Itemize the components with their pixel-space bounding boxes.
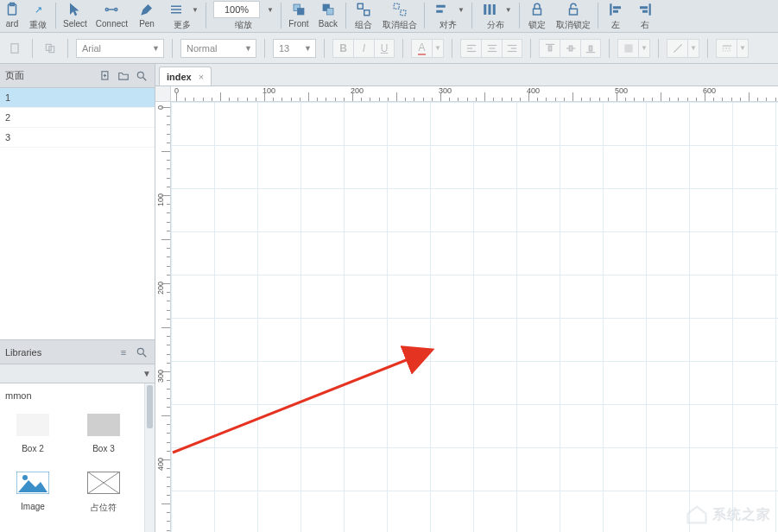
- svg-rect-9: [297, 9, 304, 16]
- add-folder-icon[interactable]: [116, 68, 131, 84]
- size-combo[interactable]: 13▼: [273, 39, 316, 58]
- clipboard-icon[interactable]: [2, 0, 22, 19]
- library-section: mmon: [5, 390, 149, 401]
- fill-more[interactable]: ▼: [638, 39, 650, 58]
- ungroup-icon[interactable]: [389, 0, 410, 19]
- svg-line-58: [143, 353, 147, 357]
- svg-rect-20: [493, 4, 496, 15]
- redo-icon[interactable]: ↗: [28, 0, 48, 19]
- svg-rect-29: [11, 43, 18, 53]
- libraries-title: Libraries: [5, 347, 41, 358]
- select-icon[interactable]: [65, 0, 85, 19]
- svg-point-2: [106, 9, 109, 11]
- connect-icon[interactable]: [101, 0, 122, 19]
- align-right-icon[interactable]: [635, 0, 655, 19]
- line-more[interactable]: ▼: [687, 39, 699, 58]
- front-icon[interactable]: [288, 0, 309, 19]
- close-icon[interactable]: ×: [199, 72, 204, 82]
- valign-middle[interactable]: [560, 39, 580, 58]
- library-item[interactable]: Image: [5, 469, 60, 514]
- library-item[interactable]: Box 3: [76, 411, 131, 453]
- distribute-label: 分布: [487, 19, 504, 31]
- back-icon[interactable]: [318, 0, 338, 19]
- libraries-body: mmon Box 2 Box 3 Image: [0, 383, 155, 532]
- text-color-more[interactable]: ▼: [432, 39, 444, 58]
- clipboard-label: ard: [6, 19, 18, 28]
- unlock-label: 取消锁定: [556, 19, 591, 31]
- underline-button[interactable]: U: [374, 39, 395, 58]
- distribute-icon[interactable]: [479, 0, 500, 19]
- svg-point-57: [137, 348, 143, 354]
- align-label: 对齐: [440, 19, 457, 31]
- more-label: 更多: [174, 19, 191, 31]
- align-left-icon[interactable]: [605, 0, 626, 19]
- line-style-button[interactable]: [716, 39, 737, 58]
- svg-point-61: [22, 475, 28, 480]
- select-label: Select: [63, 19, 87, 28]
- scrollbar[interactable]: [144, 383, 155, 532]
- svg-rect-46: [589, 46, 592, 51]
- canvas[interactable]: 系统之家: [171, 102, 778, 532]
- valign-top[interactable]: [539, 39, 560, 58]
- library-item[interactable]: Box 2: [5, 411, 60, 453]
- text-color-button[interactable]: A: [411, 39, 432, 58]
- watermark: 系统之家: [685, 503, 771, 527]
- chevron-down-icon: ▼: [304, 44, 312, 53]
- add-page-icon[interactable]: [98, 68, 113, 84]
- search-icon[interactable]: [134, 345, 149, 360]
- fill-button[interactable]: [617, 39, 638, 58]
- svg-rect-14: [394, 3, 399, 9]
- lock-icon[interactable]: [527, 0, 547, 19]
- separator: [658, 39, 659, 58]
- align-icon[interactable]: [432, 0, 452, 19]
- scrollbar-thumb[interactable]: [147, 385, 153, 428]
- search-icon[interactable]: [134, 68, 149, 84]
- align-right-text[interactable]: [502, 39, 522, 58]
- svg-line-65: [173, 351, 430, 453]
- align-center-text[interactable]: [481, 39, 502, 58]
- libraries-filter[interactable]: ▼: [0, 364, 155, 383]
- svg-rect-17: [436, 10, 443, 13]
- library-item[interactable]: 占位符: [76, 469, 131, 514]
- group-icon[interactable]: [353, 0, 374, 19]
- placeholder-icon: [85, 469, 123, 497]
- lock-label: 锁定: [528, 19, 546, 31]
- unlock-icon[interactable]: [563, 0, 584, 19]
- line-style-more[interactable]: ▼: [737, 39, 749, 58]
- weight-combo[interactable]: Normal▼: [180, 39, 256, 58]
- separator: [530, 39, 531, 58]
- svg-rect-28: [642, 10, 648, 13]
- pages-list: 1 2 3: [0, 88, 155, 148]
- svg-rect-16: [436, 5, 446, 8]
- svg-rect-47: [624, 44, 632, 52]
- chevron-down-icon: ▼: [244, 44, 252, 53]
- svg-rect-12: [357, 3, 363, 9]
- page-item[interactable]: 1: [0, 88, 155, 108]
- pages-header: 页面: [0, 64, 155, 88]
- svg-rect-25: [613, 10, 618, 13]
- size-value: 13: [279, 43, 289, 54]
- tab-index[interactable]: index ×: [159, 66, 212, 86]
- bold-button[interactable]: B: [332, 39, 353, 58]
- valign-bottom[interactable]: [580, 39, 601, 58]
- align-left-text[interactable]: [460, 39, 481, 58]
- page-item[interactable]: 3: [0, 128, 155, 148]
- page-item[interactable]: 2: [0, 108, 155, 128]
- pen-icon[interactable]: [136, 0, 157, 19]
- copy-style-icon[interactable]: [41, 39, 60, 58]
- separator: [345, 3, 346, 28]
- font-combo[interactable]: Arial▼: [76, 39, 164, 58]
- svg-rect-21: [533, 9, 541, 15]
- more-icon[interactable]: [166, 0, 187, 19]
- menu-icon[interactable]: ≡: [116, 345, 131, 360]
- paste-icon[interactable]: [5, 39, 24, 58]
- separator: [707, 39, 708, 58]
- italic-button[interactable]: I: [353, 39, 374, 58]
- ruler-horizontal: 0100200300400500600: [171, 86, 778, 102]
- svg-rect-26: [648, 3, 650, 16]
- zoom-input[interactable]: 100%: [213, 1, 260, 18]
- box-grey-icon: [85, 411, 123, 439]
- line-button[interactable]: [667, 39, 687, 58]
- svg-rect-44: [569, 46, 572, 51]
- separator: [598, 3, 598, 28]
